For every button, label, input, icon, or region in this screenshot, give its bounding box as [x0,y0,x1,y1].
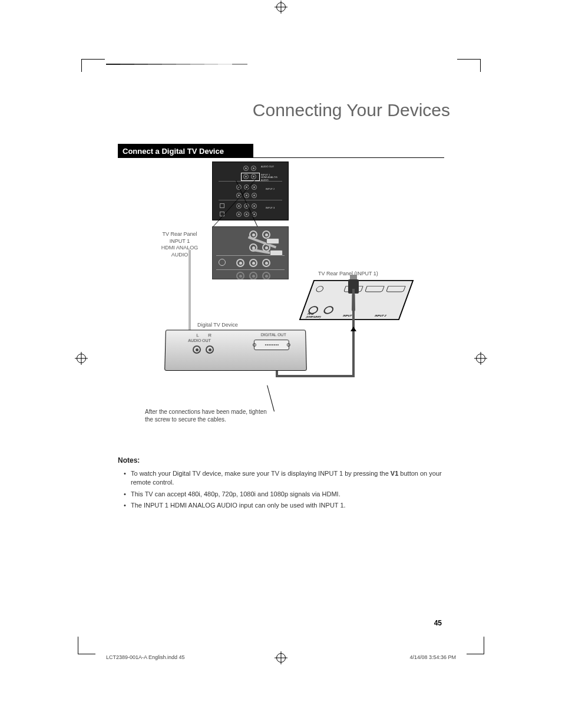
hdmi-cable [352,289,355,377]
note-item: The INPUT 1 HDMI ANALOG AUDIO input can … [124,501,444,510]
rca-plug [270,250,283,256]
callout-text: After the connections have been made, ti… [145,408,275,423]
audio-r-label: R [208,332,211,338]
audio-jack-r [206,345,214,354]
section-header: Connect a Digital TV Device [118,144,253,158]
input3-label: INPUT 3 [266,207,275,209]
audio-jack-l [193,345,201,354]
notes-section: Notes: To watch your Digital TV device, … [118,456,444,510]
note-text: The INPUT 1 HDMI ANALOG AUDIO input can … [131,502,346,509]
digital-tv-device: L R AUDIO OUT DIGITAL OUT [164,330,307,371]
note-item: To watch your Digital TV device, make su… [124,469,444,487]
notes-heading: Notes: [118,456,444,465]
audio-out-label: AUDIO OUT [188,338,211,342]
registration-mark-left [77,354,86,365]
arrow-icon [351,327,356,331]
registration-mark-top [276,2,286,14]
footer-filename: LCT2389-001A-A English.indd 45 [106,654,185,660]
hdmi-panel-label: TV Rear Panel (INPUT 1) [318,271,378,276]
input2-label: INPUT 2 [266,188,275,190]
notes-list: To watch your Digital TV device, make su… [118,469,444,510]
digital-out-label: DIGITAL OUT [261,332,286,337]
page-number: 45 [434,619,442,627]
connection-diagram: AUDIO OUT INPUT 1 HDMI ANALOG AUDIO INPU… [118,162,444,444]
registration-mark-right [476,354,485,365]
footer-timestamp: 4/14/08 3:54:36 PM [409,654,456,660]
note-text: This TV can accept 480i, 480p, 720p, 108… [131,490,340,498]
crop-mark-br [467,637,484,654]
audio-l-label: L [196,332,199,338]
label-line: INPUT 1 [153,238,206,245]
dvi-port [254,340,289,350]
crop-mark-tl [81,59,105,72]
note-item: This TV can accept 480i, 480p, 720p, 108… [124,490,444,499]
color-bar-left [106,64,247,65]
note-bold: V1 [391,470,398,477]
rca-plug [266,238,279,244]
audio-out-label: AUDIO OUT [261,166,274,168]
hdmi-cable [277,375,355,377]
hdmi-input2-label: INPUT 2 [374,314,386,317]
label-line: TV Rear Panel [153,231,206,238]
ohm-label: 75 Ω (VHF/UHF) [306,312,323,318]
note-text: To watch your Digital TV device, make su… [131,470,391,477]
footer: LCT2389-001A-A English.indd 45 4/14/08 3… [106,654,456,660]
crop-mark-tr [457,59,481,72]
crop-mark-bl [78,637,95,654]
digital-tv-device-label: Digital TV Device [197,322,238,328]
page-title: Connecting Your Devices [118,100,450,120]
